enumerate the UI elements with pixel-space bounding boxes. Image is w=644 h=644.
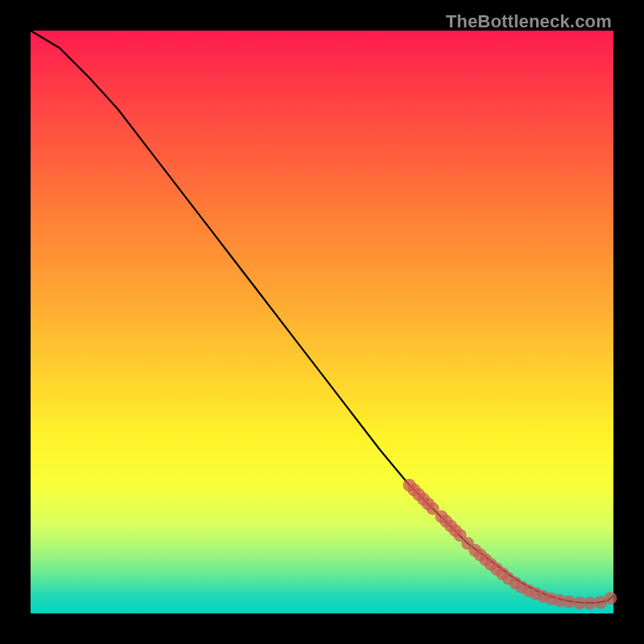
marker-point xyxy=(604,592,617,605)
watermark-text: TheBottleneck.com xyxy=(446,11,612,32)
plot-area xyxy=(31,31,613,613)
curve-line xyxy=(31,31,613,603)
marker-layer xyxy=(403,479,617,609)
chart-stage: TheBottleneck.com xyxy=(0,0,644,644)
chart-svg xyxy=(31,31,613,613)
